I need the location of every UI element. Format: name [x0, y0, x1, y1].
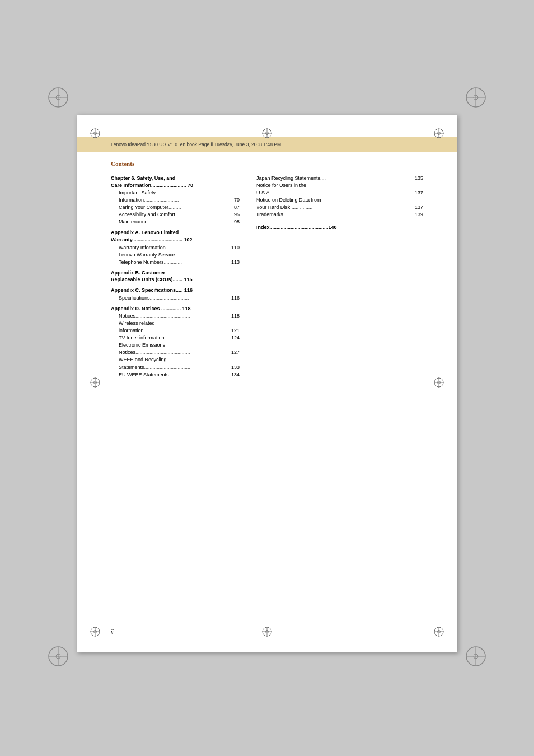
chapter6-title2: Care Information........................… [111, 183, 193, 188]
entry-warranty-info: Warranty Information ........... 110 [111, 244, 240, 251]
appendix-b-header: Appendix B. Customer Replaceable Units (… [111, 269, 240, 283]
chapter6-title: Chapter 6. Safety, Use, and [111, 175, 175, 181]
toc-columns: Chapter 6. Safety, Use, and Care Informa… [111, 175, 423, 379]
appendix-c-header: Appendix C. Specifications..... 116 [111, 287, 240, 294]
appendix-a-header: Appendix A. Lenovo Limited Warranty.....… [111, 229, 240, 243]
entry-notice-users: Notice for Users in the [256, 182, 423, 189]
reg-mark-bl [90, 626, 101, 640]
contents-title: Contents [111, 160, 423, 167]
entry-telephone: Telephone Numbers ............. 113 [111, 259, 240, 266]
entry-notices2: Notices ................................… [111, 349, 240, 356]
entry-electronic-emissions: Electronic Emissions [111, 342, 240, 349]
reg-mark-mr [433, 377, 444, 390]
reg-mark-tl [90, 128, 101, 141]
chapter6-header: Chapter 6. Safety, Use, and Care Informa… [111, 175, 240, 189]
toc-left-column: Chapter 6. Safety, Use, and Care Informa… [111, 175, 240, 379]
page-container: Lenovo IdeaPad Y530 UG V1.0_en.book Page… [0, 0, 534, 756]
appendix-d-header: Appendix D. Notices .............. 118 [111, 305, 240, 312]
header-text: Lenovo IdeaPad Y530 UG V1.0_en.book Page… [111, 142, 281, 147]
index-entry: Index...................................… [256, 224, 423, 231]
entry-accessibility: Accessibility and Comfort ...... 95 [111, 211, 240, 218]
entry-statements: Statements .............................… [111, 364, 240, 371]
entry-notices: Notices ................................… [111, 312, 240, 320]
toc-right-column: Japan Recycling Statements .... 135 Noti… [256, 175, 423, 379]
entry-information2: information ............................… [111, 327, 240, 334]
entry-hard-disk: Your Hard Disk ................. 137 [256, 204, 423, 211]
reg-mark-br [433, 626, 444, 640]
entry-weee: WEEE and Recycling [111, 356, 240, 363]
outer-deco-br [465, 646, 486, 669]
entry-wireless-related: Wireless related [111, 320, 240, 327]
reg-mark-mt [261, 128, 273, 141]
outer-deco-tl [48, 87, 69, 110]
entry-important-safety: Important Safety [111, 189, 240, 197]
entry-information: Information ......................... 70 [111, 197, 240, 204]
outer-deco-bl [48, 646, 69, 669]
entry-trademarks: Trademarks .............................… [256, 211, 423, 218]
reg-mark-tr [433, 128, 444, 141]
reg-mark-ml [90, 377, 101, 390]
entry-specifications: Specifications .........................… [111, 295, 240, 302]
entry-caring: Caring Your Computer ......... 87 [111, 204, 240, 211]
book-page: Lenovo IdeaPad Y530 UG V1.0_en.book Page… [77, 115, 457, 652]
page-number: ii [111, 629, 113, 635]
outer-deco-tr [465, 87, 486, 110]
entry-japan-recycling: Japan Recycling Statements .... 135 [256, 175, 423, 182]
content-area: Contents Chapter 6. Safety, Use, and Car… [111, 160, 423, 618]
entry-lenovo-warranty: Lenovo Warranty Service [111, 251, 240, 259]
reg-mark-mb [261, 626, 273, 640]
entry-maintenance: Maintenance ............................… [111, 218, 240, 226]
entry-eu-weee: EU WEEE Statements ............. 134 [111, 371, 240, 379]
entry-tv-tuner: TV tuner information ............. 124 [111, 334, 240, 342]
entry-usa: U.S.A. .................................… [256, 189, 423, 197]
entry-notice-deleting: Notice on Deleting Data from [256, 197, 423, 204]
